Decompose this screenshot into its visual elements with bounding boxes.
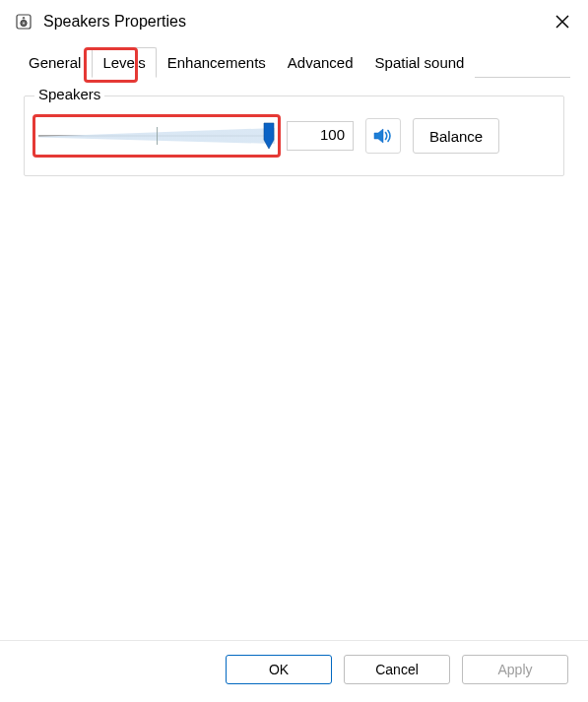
ok-button[interactable]: OK [226,655,332,684]
tab-spatial-sound[interactable]: Spatial sound [364,47,476,78]
app-icon [14,12,33,32]
close-icon [555,15,569,29]
balance-button[interactable]: Balance [413,118,499,154]
dialog-window: Speakers Properties General Levels Enhan… [0,0,588,702]
svg-point-3 [23,17,25,19]
groupbox-legend: Speakers [34,86,104,102]
speaker-volume-icon [372,125,394,147]
dialog-title: Speakers Properties [43,13,541,31]
speakers-groupbox: Speakers 100 [24,96,564,176]
tab-bar: General Levels Enhancements Advanced Spa… [0,47,588,78]
tab-levels[interactable]: Levels [92,47,156,78]
volume-slider[interactable] [38,118,275,154]
slider-track [38,127,275,145]
dialog-footer: OK Cancel Apply [0,640,588,702]
close-button[interactable] [541,2,584,41]
tab-advanced[interactable]: Advanced [277,47,364,78]
slider-thumb[interactable] [263,122,275,150]
titlebar: Speakers Properties [0,0,588,43]
level-row: 100 Balance [38,118,550,154]
volume-readout: 100 [287,121,354,151]
tab-general[interactable]: General [18,47,92,78]
tab-content: Speakers 100 [0,78,588,640]
tab-enhancements[interactable]: Enhancements [157,47,277,78]
slider-midtick [157,127,158,145]
apply-button[interactable]: Apply [462,655,568,684]
svg-point-2 [23,23,25,25]
mute-button[interactable] [365,118,401,154]
cancel-button[interactable]: Cancel [344,655,450,684]
